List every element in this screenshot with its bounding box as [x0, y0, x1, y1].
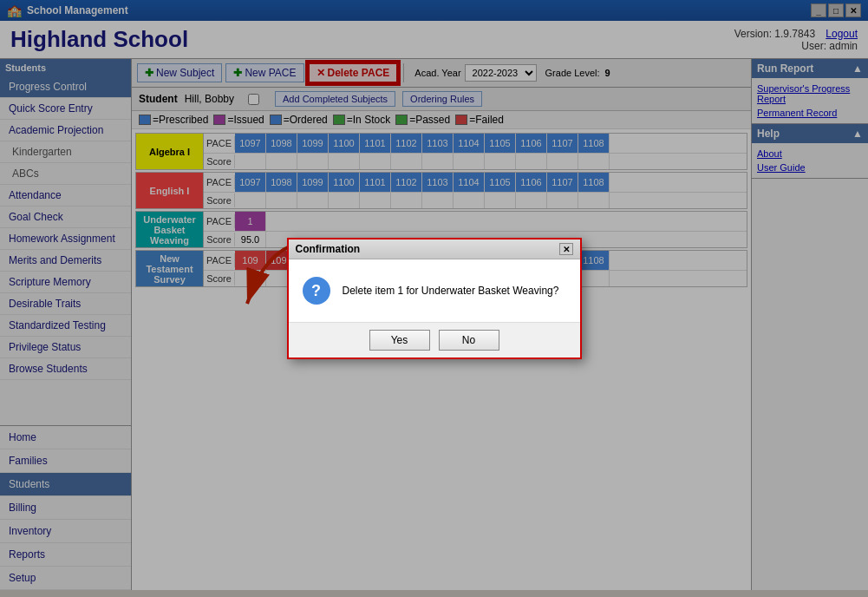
dialog-yes-button[interactable]: Yes [369, 330, 430, 351]
dialog-buttons: Yes No [289, 322, 580, 358]
confirmation-dialog: Confirmation ✕ ? Delete item 1 for Under… [287, 238, 582, 359]
dialog-body: ? Delete item 1 for Underwater Basket We… [289, 259, 580, 322]
dialog-no-button[interactable]: No [439, 330, 499, 351]
modal-overlay: Confirmation ✕ ? Delete item 1 for Under… [0, 0, 868, 597]
dialog-question-icon: ? [303, 277, 330, 305]
dialog-message: Delete item 1 for Underwater Basket Weav… [343, 285, 559, 297]
dialog-title: Confirmation [296, 243, 361, 255]
dialog-close-button[interactable]: ✕ [559, 243, 573, 255]
dialog-titlebar: Confirmation ✕ [289, 239, 580, 259]
